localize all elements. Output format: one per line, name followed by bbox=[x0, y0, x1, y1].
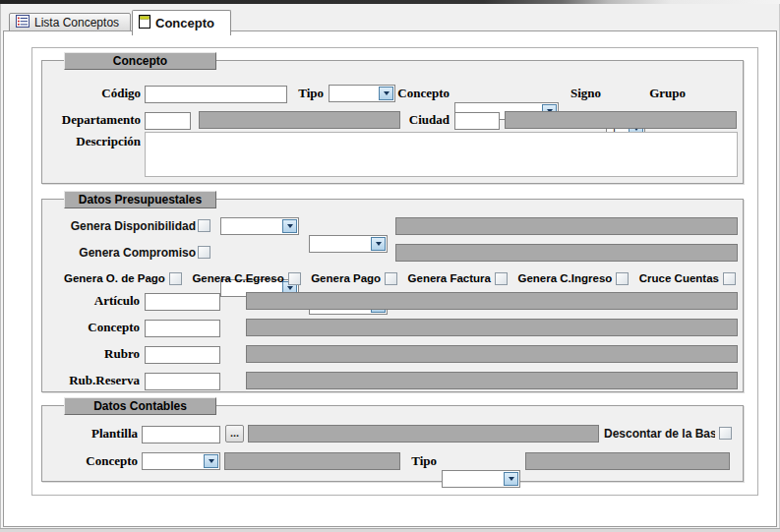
tab-lista-conceptos[interactable]: Lista Conceptos bbox=[9, 13, 131, 31]
genera-pago-label: Genera Pago bbox=[311, 272, 381, 284]
departamento-code-input[interactable] bbox=[145, 112, 191, 130]
ciudad-code-input[interactable] bbox=[454, 112, 500, 130]
plantilla-label: Plantilla bbox=[52, 425, 138, 443]
genera-disponibilidad-checkbox[interactable] bbox=[198, 219, 210, 232]
concepto-contable-combo-arrow-icon[interactable] bbox=[204, 454, 218, 468]
genera-c-ingreso-label: Genera C.Ingreso bbox=[517, 272, 612, 284]
section-contables-header: Datos Contables bbox=[64, 397, 216, 415]
disponibilidad-combo-1-arrow-icon[interactable] bbox=[282, 219, 297, 233]
departamento-name-field bbox=[199, 111, 400, 129]
concepto-presup-label: Concepto bbox=[52, 319, 140, 336]
compromiso-desc-field bbox=[395, 244, 738, 262]
cruce-cuentas-label: Cruce Cuentas bbox=[639, 272, 719, 284]
plantilla-browse-button[interactable]: ... bbox=[225, 425, 244, 443]
tipo-contable-label: Tipo bbox=[406, 452, 437, 470]
genera-c-ingreso-pair: Genera C.Ingreso bbox=[517, 272, 629, 285]
articulo-label: Artículo bbox=[52, 292, 140, 310]
section-presupuestales-header: Datos Presupuestales bbox=[64, 191, 216, 208]
descontar-de-la-base-label: Descontar de la Base bbox=[604, 425, 715, 443]
rub-reserva-input[interactable] bbox=[145, 373, 220, 390]
tab-concepto[interactable]: Concepto bbox=[132, 10, 231, 35]
concepto-contable-combo[interactable] bbox=[142, 452, 220, 470]
concepto-label: Concepto bbox=[396, 85, 450, 102]
disponibilidad-combo-2[interactable] bbox=[309, 235, 388, 253]
window-bottom-edge bbox=[0, 528, 780, 532]
genera-o-de-pago-label: Genera O. de Pago bbox=[64, 272, 165, 284]
list-icon bbox=[16, 15, 30, 30]
form-content-area: Concepto Código Tipo Concepto Signo + Gr… bbox=[3, 30, 777, 527]
concepto-presup-desc-field bbox=[246, 319, 738, 336]
genera-o-de-pago-pair: Genera O. de Pago bbox=[64, 272, 182, 285]
disponibilidad-desc-field bbox=[395, 217, 738, 235]
genera-factura-pair: Genera Factura bbox=[408, 272, 508, 285]
disponibilidad-combo-2-arrow-icon[interactable] bbox=[371, 237, 386, 251]
departamento-label: Departamento bbox=[54, 111, 141, 129]
plantilla-desc-field bbox=[248, 425, 599, 443]
rubro-desc-field bbox=[246, 345, 738, 363]
tab-concepto-label: Concepto bbox=[155, 16, 214, 30]
genera-c-ingreso-checkbox[interactable] bbox=[616, 272, 629, 285]
genera-pago-pair: Genera Pago bbox=[311, 272, 397, 285]
rub-reserva-desc-field bbox=[246, 372, 738, 389]
genera-c-egreso-label: Genera C.Egreso bbox=[192, 272, 283, 284]
section-datos-contables: Datos Contables Plantilla ... Descontar … bbox=[41, 405, 744, 482]
application-window: Lista Conceptos Concepto Concepto Código… bbox=[0, 0, 780, 532]
tipo-contable-combo[interactable] bbox=[442, 470, 520, 488]
rubro-input[interactable] bbox=[145, 346, 220, 364]
articulo-desc-field bbox=[246, 292, 738, 310]
descripcion-label: Descripción bbox=[54, 133, 141, 150]
tipo-label: Tipo bbox=[288, 85, 324, 102]
section-datos-presupuestales: Datos Presupuestales Genera Disponibilid… bbox=[41, 199, 744, 392]
section-concepto-header: Concepto bbox=[64, 52, 216, 70]
concepto-contable-desc-field bbox=[224, 452, 400, 470]
concepto-contable-label: Concepto bbox=[52, 452, 138, 470]
codigo-input[interactable] bbox=[145, 86, 287, 103]
genera-o-de-pago-checkbox[interactable] bbox=[169, 272, 182, 285]
genera-c-egreso-pair: Genera C.Egreso bbox=[192, 272, 300, 285]
grupo-label: Grupo bbox=[646, 85, 686, 102]
genera-factura-checkbox[interactable] bbox=[495, 272, 508, 285]
window-left-edge bbox=[0, 4, 1, 532]
tab-lista-conceptos-label: Lista Conceptos bbox=[34, 16, 119, 30]
genera-compromiso-checkbox[interactable] bbox=[198, 246, 210, 259]
tab-strip: Lista Conceptos Concepto bbox=[1, 4, 779, 30]
ciudad-label: Ciudad bbox=[400, 111, 450, 129]
descripcion-textarea[interactable] bbox=[145, 132, 738, 177]
genera-disponibilidad-label: Genera Disponibilidad bbox=[52, 217, 196, 235]
section-concepto: Concepto Código Tipo Concepto Signo + Gr… bbox=[41, 60, 744, 184]
form-icon bbox=[139, 15, 150, 31]
genera-c-egreso-checkbox[interactable] bbox=[288, 272, 301, 285]
tipo-contable-combo-arrow-icon[interactable] bbox=[504, 472, 518, 486]
codigo-label: Código bbox=[62, 85, 141, 102]
tipo-combo-arrow-icon[interactable] bbox=[379, 87, 393, 100]
genera-pago-checkbox[interactable] bbox=[385, 272, 397, 285]
genera-compromiso-label: Genera Compromiso bbox=[52, 244, 196, 262]
tipo-contable-desc-field bbox=[525, 452, 730, 470]
concepto-presup-input[interactable] bbox=[145, 320, 220, 337]
descontar-checkbox[interactable] bbox=[719, 427, 732, 440]
rubro-label: Rubro bbox=[52, 345, 140, 363]
cruce-cuentas-pair: Cruce Cuentas bbox=[639, 272, 736, 285]
disponibilidad-combo-1[interactable] bbox=[220, 217, 299, 235]
articulo-input[interactable] bbox=[145, 293, 220, 311]
signo-label: Signo bbox=[562, 85, 601, 102]
rub-reserva-label: Rub.Reserva bbox=[52, 372, 140, 389]
genera-checkbox-row: Genera O. de Pago Genera C.Egreso Genera… bbox=[64, 270, 736, 286]
cruce-cuentas-checkbox[interactable] bbox=[723, 272, 736, 285]
tipo-combo[interactable] bbox=[329, 85, 395, 102]
genera-factura-label: Genera Factura bbox=[408, 272, 491, 284]
ciudad-name-field bbox=[505, 111, 737, 129]
plantilla-input[interactable] bbox=[142, 426, 220, 443]
